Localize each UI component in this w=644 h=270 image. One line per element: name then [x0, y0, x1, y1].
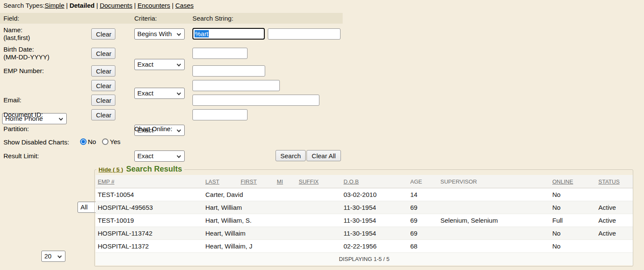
- birth-date-label-line1: Birth Date:: [3, 46, 50, 53]
- email-label: Email:: [3, 96, 22, 104]
- result-limit-select[interactable]: 20: [41, 251, 65, 262]
- column-header-first[interactable]: FIRST: [238, 175, 275, 188]
- tab-documents[interactable]: Documents: [100, 2, 133, 9]
- paging-status: DISPLAYING 1-5 / 5: [96, 253, 633, 266]
- chevron-down-icon: [177, 128, 181, 132]
- document-id-input[interactable]: [192, 109, 248, 120]
- cell-dob: 11-30-1954: [341, 227, 408, 240]
- cell-name: Heart, Willaim: [203, 227, 341, 240]
- cell-status: Active: [596, 201, 633, 214]
- tab-simple[interactable]: Simple: [45, 2, 65, 9]
- column-header-emp[interactable]: EMP #: [96, 175, 203, 188]
- column-header-dob[interactable]: D.O.B: [341, 175, 408, 188]
- cell-online: No: [550, 227, 596, 240]
- birth-date-label: Birth Date: (MM-DD-YYYY): [3, 46, 50, 61]
- cell-emp-number: HOSPITAL-495653: [96, 201, 203, 214]
- nav-separator: |: [133, 2, 138, 9]
- cell-name: Hart, William: [203, 201, 341, 214]
- table-row[interactable]: HOSPITAL-113742 Heart, Willaim 11-30-195…: [96, 227, 633, 240]
- cell-age: 69: [408, 214, 438, 227]
- tab-cases[interactable]: Cases: [175, 2, 194, 9]
- table-row[interactable]: HOSPITAL-11372 Heart, Willaim, J 02-22-1…: [96, 240, 633, 253]
- result-limit-label: Result Limit:: [3, 152, 39, 160]
- column-header-supervisor: SUPERVISOR: [438, 175, 550, 188]
- cell-dob: 02-22-1956: [341, 240, 408, 253]
- email-input[interactable]: [192, 95, 319, 106]
- document-id-clear-button[interactable]: Clear: [91, 109, 115, 120]
- email-criteria-value: Exact: [137, 152, 154, 160]
- radio-no[interactable]: [80, 138, 87, 145]
- cell-age: 69: [408, 227, 438, 240]
- chevron-down-icon: [177, 62, 181, 67]
- cell-supervisor: [438, 227, 550, 240]
- chevron-down-icon: [58, 254, 62, 258]
- document-id-label: Document ID:: [3, 111, 43, 119]
- name-criteria-value: Begins With: [137, 30, 172, 37]
- column-header-suffix[interactable]: SUFFIX: [297, 175, 341, 188]
- column-header-status[interactable]: STATUS: [596, 175, 633, 188]
- cell-supervisor: Selenium, Selenium: [438, 214, 550, 227]
- phone-clear-button[interactable]: Clear: [91, 80, 115, 91]
- cell-emp-number: TEST-10019: [96, 214, 203, 227]
- show-disabled-charts-radios: No Yes: [80, 138, 121, 146]
- search-results-title: Search Results: [126, 165, 182, 174]
- radio-no-label: No: [88, 138, 96, 145]
- name-clear-button[interactable]: Clear: [91, 28, 115, 40]
- birth-date-criteria-value: Exact: [137, 61, 154, 68]
- cell-name: Hart, William, S.: [203, 214, 341, 227]
- name-label: Name: (last,first): [3, 26, 30, 42]
- tab-detailed[interactable]: Detailed: [69, 2, 94, 9]
- emp-number-clear-button[interactable]: Clear: [91, 65, 115, 77]
- birth-date-input[interactable]: [192, 48, 248, 59]
- table-row[interactable]: TEST-10054 Carter, David 03-02-2010 14 N…: [96, 188, 633, 201]
- column-header-last[interactable]: LAST: [203, 175, 238, 188]
- column-header-mi[interactable]: MI: [275, 175, 297, 188]
- search-button[interactable]: Search: [276, 150, 306, 161]
- cell-age: 69: [408, 201, 438, 214]
- cell-name: Heart, Willaim, J: [203, 240, 341, 253]
- name-search-input[interactable]: %art: [192, 28, 265, 40]
- cell-online: Full: [550, 214, 596, 227]
- radio-yes[interactable]: [102, 138, 108, 145]
- emp-number-input[interactable]: [192, 65, 265, 77]
- chevron-down-icon: [177, 32, 181, 36]
- cell-supervisor: [438, 240, 550, 253]
- detailed-search-page: Search Types:Simple|Detailed|Documents|E…: [0, 0, 644, 270]
- tab-encounters[interactable]: Encounters: [137, 2, 170, 9]
- cell-dob: 11-30-1954: [341, 214, 408, 227]
- email-clear-button[interactable]: Clear: [91, 95, 115, 106]
- nav-separator: |: [64, 2, 69, 9]
- chart-online-label: Chart Online:: [134, 125, 172, 133]
- cell-supervisor: [438, 188, 550, 201]
- result-limit-value: 20: [44, 252, 52, 260]
- results-header-row: EMP # LAST FIRST MI SUFFIX D.O.B AGE SUP…: [96, 175, 633, 188]
- hide-results-link[interactable]: Hide ( 5 ): [99, 166, 123, 173]
- chevron-down-icon: [59, 117, 63, 121]
- birth-date-label-line2: (MM-DD-YYYY): [3, 53, 50, 61]
- name-criteria-select[interactable]: Begins With: [134, 28, 185, 40]
- partition-label: Partition:: [3, 125, 29, 133]
- first-name-search-input[interactable]: [268, 28, 341, 40]
- results-table: EMP # LAST FIRST MI SUFFIX D.O.B AGE SUP…: [96, 175, 633, 265]
- birth-date-clear-button[interactable]: Clear: [91, 48, 115, 59]
- cell-emp-number: HOSPITAL-11372: [96, 240, 203, 253]
- cell-status: [596, 188, 633, 201]
- email-criteria-select[interactable]: Exact: [134, 150, 185, 162]
- cell-dob: 11-30-1954: [341, 201, 408, 214]
- column-header-online[interactable]: ONLINE: [550, 175, 596, 188]
- cell-age: 68: [408, 240, 438, 253]
- emp-number-criteria-select[interactable]: Exact: [134, 88, 185, 99]
- radio-yes-label: Yes: [110, 138, 120, 145]
- birth-date-criteria-select[interactable]: Exact: [134, 59, 185, 70]
- cell-name: Carter, David: [203, 188, 341, 201]
- table-row[interactable]: HOSPITAL-495653 Hart, William 11-30-1954…: [96, 201, 633, 214]
- search-types-label: Search Types:: [3, 2, 45, 9]
- table-row[interactable]: TEST-10019 Hart, William, S. 11-30-1954 …: [96, 214, 633, 227]
- nav-separator: |: [95, 2, 100, 9]
- form-header-band: Field: Criteria: Search String:: [0, 13, 343, 24]
- phone-input[interactable]: [192, 80, 280, 91]
- clear-all-button[interactable]: Clear All: [307, 150, 341, 161]
- column-header-age: AGE: [408, 175, 438, 188]
- name-search-selected-text: %art: [195, 30, 209, 37]
- name-label-line2: (last,first): [3, 34, 30, 42]
